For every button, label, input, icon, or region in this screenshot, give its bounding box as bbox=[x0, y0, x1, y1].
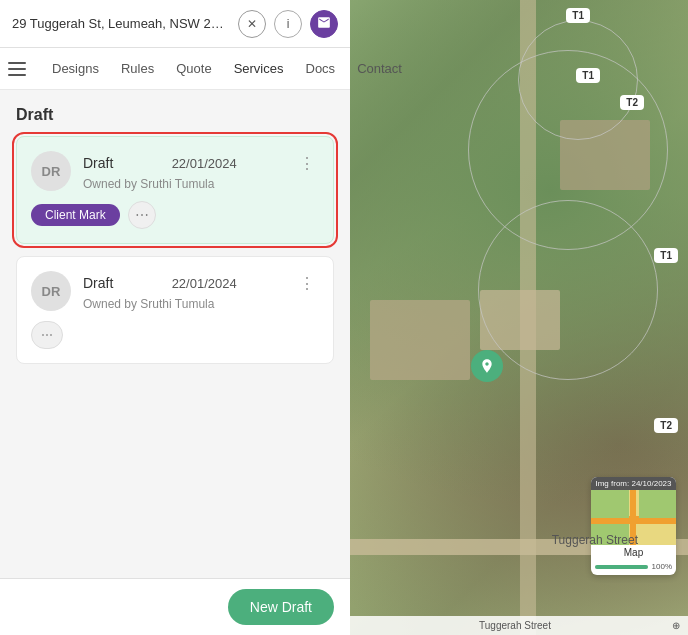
share-icon bbox=[317, 15, 331, 32]
street-name-attribution: Tuggerah Street bbox=[479, 620, 551, 631]
card-1-header: DR Draft 22/01/2024 ⋮ Owned by Sruthi Tu… bbox=[31, 151, 319, 191]
bottom-bar: New Draft bbox=[0, 578, 350, 635]
mini-map-label: Map bbox=[591, 545, 676, 560]
svg-rect-3 bbox=[591, 490, 629, 518]
card-2-menu-button[interactable]: ⋮ bbox=[295, 271, 319, 295]
svg-rect-4 bbox=[639, 490, 676, 518]
address-bar: 29 Tuggerah St, Leumeah, NSW 2560, Aus..… bbox=[0, 0, 350, 48]
map-label-t1-3: T1 bbox=[654, 248, 678, 263]
more-tags-icon: ⋯ bbox=[135, 207, 149, 223]
tab-services[interactable]: Services bbox=[224, 53, 294, 84]
street-label: Tuggerah Street bbox=[552, 533, 638, 547]
card-2-owner: Owned by Sruthi Tumula bbox=[83, 297, 319, 311]
map-expand-icon[interactable]: ⊕ bbox=[672, 620, 680, 631]
close-icon: ✕ bbox=[247, 17, 257, 31]
card-2-date: 22/01/2024 bbox=[172, 276, 237, 291]
map-label-t1-2: T1 bbox=[576, 68, 600, 83]
share-button[interactable] bbox=[310, 10, 338, 38]
draft-card-1[interactable]: DR Draft 22/01/2024 ⋮ Owned by Sruthi Tu… bbox=[16, 136, 334, 244]
map-label-t1-1: T1 bbox=[566, 8, 590, 23]
map-attribution: Tuggerah Street ⊕ bbox=[350, 616, 688, 635]
card-1-title: Draft bbox=[83, 155, 113, 171]
hamburger-menu[interactable] bbox=[8, 55, 36, 83]
card-1-tags: Client Mark ⋯ bbox=[31, 201, 319, 229]
map-pin[interactable] bbox=[471, 350, 503, 382]
new-draft-button[interactable]: New Draft bbox=[228, 589, 334, 625]
draft-card-2[interactable]: DR Draft 22/01/2024 ⋮ Owned by Sruthi Tu… bbox=[16, 256, 334, 364]
map-label-t2-1: T2 bbox=[620, 95, 644, 110]
card-1-menu-button[interactable]: ⋮ bbox=[295, 151, 319, 175]
card-2-avatar: DR bbox=[31, 271, 71, 311]
address-text: 29 Tuggerah St, Leumeah, NSW 2560, Aus..… bbox=[12, 16, 230, 31]
tab-designs[interactable]: Designs bbox=[42, 53, 109, 84]
tab-rules[interactable]: Rules bbox=[111, 53, 164, 84]
mini-map-date: Img from: 24/10/2023 bbox=[591, 477, 676, 490]
content-area: Draft DR Draft 22/01/2024 ⋮ Owned by Sru… bbox=[0, 90, 350, 578]
info-icon: i bbox=[287, 17, 290, 31]
info-button[interactable]: i bbox=[274, 10, 302, 38]
card-2-title-row: Draft 22/01/2024 ⋮ bbox=[83, 271, 319, 295]
card-1-avatar: DR bbox=[31, 151, 71, 191]
card-2-info: Draft 22/01/2024 ⋮ Owned by Sruthi Tumul… bbox=[83, 271, 319, 311]
section-title: Draft bbox=[16, 106, 334, 124]
dots-icon: ⋯ bbox=[41, 328, 54, 342]
mini-map-zoom-control[interactable]: 100% bbox=[591, 560, 676, 575]
nav-tabs: Designs Rules Quote Services Docs Contac… bbox=[0, 48, 350, 90]
card-2-title: Draft bbox=[83, 275, 113, 291]
hamburger-line bbox=[8, 68, 26, 70]
card-1-title-row: Draft 22/01/2024 ⋮ bbox=[83, 151, 319, 175]
client-mark-tag[interactable]: Client Mark bbox=[31, 204, 120, 226]
card-1-owner: Owned by Sruthi Tumula bbox=[83, 177, 319, 191]
map-label-t2-2: T2 bbox=[654, 418, 678, 433]
tab-docs[interactable]: Docs bbox=[296, 53, 346, 84]
close-button[interactable]: ✕ bbox=[238, 10, 266, 38]
card-2-tags: ⋯ bbox=[31, 321, 319, 349]
card-2-header: DR Draft 22/01/2024 ⋮ Owned by Sruthi Tu… bbox=[31, 271, 319, 311]
mini-map[interactable]: Img from: 24/10/2023 Map 100% bbox=[591, 477, 676, 575]
zoom-slider-track[interactable] bbox=[595, 565, 648, 569]
sidebar-panel: 29 Tuggerah St, Leumeah, NSW 2560, Aus..… bbox=[0, 0, 350, 635]
card-1-more-tags[interactable]: ⋯ bbox=[128, 201, 156, 229]
zoom-level: 100% bbox=[652, 562, 672, 571]
tab-quote[interactable]: Quote bbox=[166, 53, 221, 84]
card-2-dots-more[interactable]: ⋯ bbox=[31, 321, 63, 349]
card-1-info: Draft 22/01/2024 ⋮ Owned by Sruthi Tumul… bbox=[83, 151, 319, 191]
card-1-date: 22/01/2024 bbox=[172, 156, 237, 171]
tab-contact[interactable]: Contact bbox=[347, 53, 412, 84]
zoom-slider-fill bbox=[595, 565, 648, 569]
hamburger-line bbox=[8, 74, 26, 76]
map-circle-3 bbox=[478, 200, 658, 380]
hamburger-line bbox=[8, 62, 26, 64]
